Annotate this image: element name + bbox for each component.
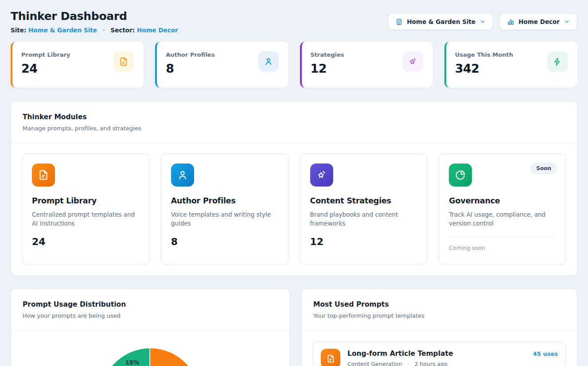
prompts-card-header: Most Used Prompts Your top-performing pr… <box>302 289 577 330</box>
header-titles: Thinker Dashboard Site: Home & Garden Si… <box>11 10 178 34</box>
dashboard-page: Thinker Dashboard Site: Home & Garden Si… <box>0 0 588 366</box>
module-card-prompt-library[interactable]: Prompt Library Centralized prompt templa… <box>22 153 149 265</box>
stat-card-prompt-library: Prompt Library 24 <box>11 42 144 88</box>
sector-selector-label: Home Decor <box>518 18 560 25</box>
stats-row: Prompt Library 24 Author Profiles 8 Stra… <box>11 42 577 88</box>
divider <box>449 237 556 238</box>
document-icon <box>321 349 340 366</box>
module-description: Track AI usage, compliance, and version … <box>449 210 556 228</box>
chevron-down-icon <box>564 19 570 25</box>
usage-card-subtitle: How your prompts are being used <box>23 312 278 319</box>
stat-card-strategies: Strategies 12 <box>300 42 433 88</box>
donut-chart: 15% <box>101 348 200 366</box>
usage-distribution-card: Prompt Usage Distribution How your promp… <box>11 288 290 366</box>
building-icon <box>395 18 403 26</box>
star-sparkle-icon <box>310 164 333 187</box>
most-used-prompts-card: Most Used Prompts Your top-performing pr… <box>301 288 577 366</box>
site-selector-label: Home & Garden Site <box>407 18 475 25</box>
stat-value: 12 <box>311 62 344 75</box>
lightning-icon <box>547 51 568 72</box>
prompt-category: Content Generation <box>347 361 402 366</box>
site-sector-breadcrumb: Site: Home & Garden Site · Sector: Home … <box>11 27 178 34</box>
bottom-row: Prompt Usage Distribution How your promp… <box>11 288 577 366</box>
prompt-meta: Content Generation · 2 hours ago <box>347 361 526 366</box>
module-title: Governance <box>449 196 556 205</box>
user-icon <box>171 164 194 187</box>
module-description: Centralized prompt templates and AI inst… <box>32 210 139 228</box>
document-icon <box>113 51 134 72</box>
module-card-governance[interactable]: Soon Governance Track AI usage, complian… <box>439 153 566 265</box>
modules-grid: Prompt Library Centralized prompt templa… <box>11 143 577 276</box>
module-card-author-profiles[interactable]: Author Profiles Voice templates and writ… <box>161 153 288 265</box>
site-selector-dropdown[interactable]: Home & Garden Site <box>388 13 493 30</box>
stat-label: Usage This Month <box>455 51 513 58</box>
module-count: 24 <box>32 236 139 247</box>
user-icon <box>258 51 279 72</box>
usage-card-header: Prompt Usage Distribution How your promp… <box>11 289 289 330</box>
sector-label: Sector: <box>111 27 135 34</box>
page-title: Thinker Dashboard <box>11 10 178 23</box>
prompts-card-title: Most Used Prompts <box>313 300 565 308</box>
coming-soon-text: Coming soon <box>449 245 556 251</box>
usage-card-title: Prompt Usage Distribution <box>23 300 278 308</box>
breadcrumb-separator: · <box>103 27 105 34</box>
module-description: Brand playbooks and content frameworks <box>310 210 417 228</box>
stat-label: Strategies <box>311 51 344 58</box>
modules-title: Thinker Modules <box>23 113 565 121</box>
prompt-time: 2 hours ago <box>414 361 447 366</box>
star-sparkle-icon <box>403 51 423 72</box>
module-description: Voice templates and writing style guides <box>171 210 278 228</box>
module-count: 8 <box>171 236 278 247</box>
module-count: 12 <box>310 236 417 247</box>
site-label: Site: <box>11 27 26 34</box>
meta-separator: · <box>407 361 409 366</box>
stat-value: 8 <box>166 62 214 75</box>
page-header: Thinker Dashboard Site: Home & Garden Si… <box>11 10 577 34</box>
pie-chart-icon <box>449 164 472 187</box>
module-title: Author Profiles <box>171 196 278 205</box>
module-title: Content Strategies <box>310 196 417 205</box>
stat-card-usage: Usage This Month 342 <box>444 42 577 88</box>
modules-subtitle: Manage prompts, profiles, and strategies <box>23 125 565 132</box>
site-link[interactable]: Home & Garden Site <box>28 27 97 34</box>
prompt-title: Long-form Article Template <box>347 350 526 358</box>
stat-value: 24 <box>21 62 70 75</box>
bar-chart-icon <box>507 18 514 26</box>
prompts-card-subtitle: Your top-performing prompt templates <box>313 312 565 319</box>
stat-label: Author Profiles <box>166 51 214 58</box>
chevron-down-icon <box>479 19 486 25</box>
prompt-list-item[interactable]: Long-form Article Template Content Gener… <box>312 342 566 366</box>
sector-selector-dropdown[interactable]: Home Decor <box>499 13 577 30</box>
stat-card-author-profiles: Author Profiles 8 <box>155 42 288 88</box>
stat-label: Prompt Library <box>21 51 70 58</box>
module-title: Prompt Library <box>32 196 139 205</box>
document-icon <box>32 164 55 187</box>
soon-badge: Soon <box>530 163 557 174</box>
stat-value: 342 <box>455 62 513 75</box>
header-actions: Home & Garden Site Home Decor <box>388 13 577 30</box>
prompt-uses-count: 45 uses <box>533 350 558 357</box>
module-card-content-strategies[interactable]: Content Strategies Brand playbooks and c… <box>300 153 428 265</box>
modules-panel-header: Thinker Modules Manage prompts, profiles… <box>11 101 577 143</box>
thinker-modules-panel: Thinker Modules Manage prompts, profiles… <box>11 101 577 276</box>
donut-segment-label: 15% <box>125 359 139 366</box>
sector-link[interactable]: Home Decor <box>137 27 178 34</box>
donut-chart-area: 15% <box>11 348 289 366</box>
prompt-list: Long-form Article Template Content Gener… <box>302 330 577 366</box>
